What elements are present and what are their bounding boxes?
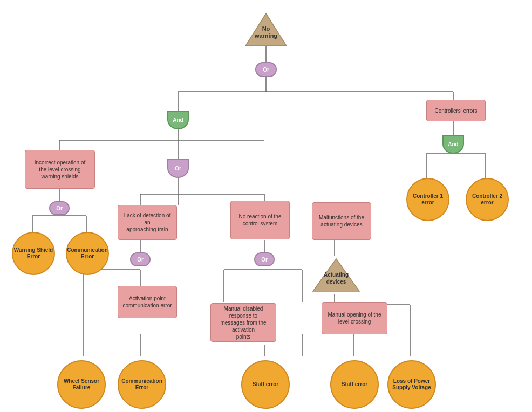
- gate-or5: Or: [254, 252, 275, 266]
- no-reaction-node: No reaction of thecontrol system: [230, 201, 290, 239]
- controller1-node: Controller 1error: [406, 178, 449, 221]
- wheel-sensor-node: Wheel SensorFailure: [57, 360, 106, 409]
- manual-disabled-node: Manual disabled response tomessages from…: [210, 303, 276, 342]
- gate-and2: And: [442, 135, 464, 154]
- gate-or4: Or: [130, 252, 151, 266]
- top-event-label: Nowarning: [255, 25, 277, 39]
- staff-error2-node: Staff error: [330, 360, 379, 409]
- loss-power-node: Loss of PowerSupply Voltage: [387, 360, 436, 409]
- malfunctions-node: Malfunctions of theactuating devices: [312, 202, 371, 240]
- controllers-errors-node: Controllers' errors: [426, 100, 486, 121]
- staff-error1-node: Staff error: [241, 360, 290, 409]
- gate-or1: Or: [255, 62, 277, 77]
- gate-or2: Or: [49, 201, 70, 215]
- comm-error1-node: CommunicationError: [66, 232, 109, 275]
- gate-and1: And: [167, 111, 189, 129]
- warning-shield-error-node: Warning ShieldError: [12, 232, 55, 275]
- gate-or3: Or: [167, 159, 189, 178]
- comm-error2-node: CommunicationError: [118, 360, 166, 409]
- lack-detection-node: Lack of detection of anapproaching train: [118, 205, 177, 240]
- incorrect-operation-node: Incorrect operation ofthe level crossing…: [25, 150, 95, 189]
- activation-comm-node: Activation pointcommunication error: [118, 286, 177, 318]
- manual-opening-node: Manual opening of thelevel crossing: [322, 302, 387, 334]
- top-event-node: Nowarning: [244, 11, 288, 49]
- controller2-node: Controller 2error: [466, 178, 509, 221]
- fault-tree-diagram: Nowarning Or And Controllers' errors Inc…: [0, 0, 532, 412]
- actuating-devices-node: Actuatingdevices: [312, 256, 360, 294]
